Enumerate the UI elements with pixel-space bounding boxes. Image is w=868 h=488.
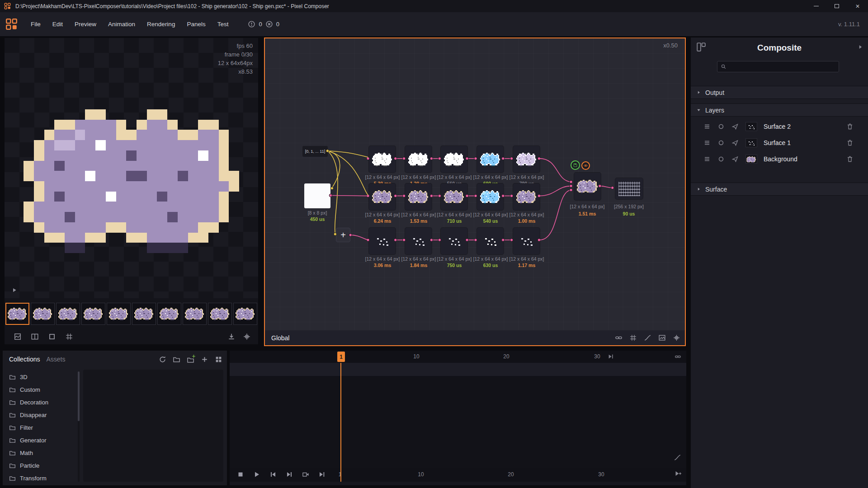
new-animation-icon[interactable] [675,470,682,477]
minimize-button[interactable] [806,0,826,12]
graph-node[interactable] [513,228,540,254]
add-icon[interactable] [201,356,208,363]
visibility-icon[interactable] [717,139,725,146]
center-canvas-icon[interactable] [243,333,251,341]
layer-name[interactable]: Surface 2 [764,123,791,130]
minimap-icon[interactable] [658,334,666,342]
warning-icon[interactable] [248,20,255,28]
link-icon[interactable] [615,334,623,342]
folder-disappear[interactable]: Disappear [6,408,74,421]
frame-border-icon[interactable] [48,333,56,341]
render-badge-icon[interactable] [571,160,580,170]
frame-thumbnail[interactable] [132,303,156,325]
layer-row-surface-1[interactable]: Surface 1 [691,135,868,150]
render-sheet-node[interactable] [615,178,643,199]
frame-thumbnail[interactable] [183,303,207,325]
section-layers[interactable]: Layers [691,103,868,117]
select-node-icon[interactable] [731,123,739,130]
link-icon[interactable] [675,353,681,360]
layer-name[interactable]: Background [764,155,797,163]
curve-editor-icon[interactable] [644,334,651,342]
graph-node[interactable] [513,183,540,210]
play-once-button[interactable] [318,471,326,478]
open-folder-icon[interactable] [173,356,180,363]
frame-thumbnail[interactable] [56,303,80,325]
select-node-icon[interactable] [731,155,739,163]
play-button[interactable] [253,471,260,478]
graph-node[interactable] [441,146,467,173]
menu-animation[interactable]: Animation [102,17,141,32]
folder-3d[interactable]: 3D [6,371,74,383]
folder-decoration[interactable]: Decoration [6,396,74,408]
grid-view-icon[interactable] [215,356,222,363]
frame-thumbnail[interactable] [107,303,131,325]
collections-scrollbar[interactable] [78,371,80,482]
folder-filter[interactable]: Filter [6,421,74,434]
select-node-icon[interactable] [731,139,739,146]
graph-easing-icon[interactable] [674,454,681,461]
graph-node[interactable] [477,183,504,210]
drag-handle-icon[interactable] [703,139,711,146]
drag-handle-icon[interactable] [703,155,711,163]
new-canvas-icon[interactable] [14,333,22,341]
stop-button[interactable] [237,471,244,478]
menu-test[interactable]: Test [212,17,235,32]
folder-custom[interactable]: Custom [6,383,74,396]
node-graph-panel[interactable]: x0.50 [0, 1, ... 11] [8 x 8 px] 450 us +… [264,38,686,346]
graph-node[interactable] [477,146,504,173]
last-frame-button[interactable] [286,471,293,478]
playhead[interactable] [340,363,341,482]
visibility-icon[interactable] [717,123,725,130]
timeline-ruler[interactable]: 1 10 20 30 [230,351,686,363]
preview-window-button[interactable] [302,471,309,478]
frame-thumbnail[interactable] [5,303,29,325]
section-output[interactable]: Output [691,86,868,99]
timeline-track-area[interactable] [230,376,686,468]
current-frame-marker[interactable]: 1 [337,352,345,362]
frame-thumbnail[interactable] [157,303,181,325]
maximize-button[interactable] [826,0,847,12]
refresh-icon[interactable] [159,356,166,363]
add-folder-icon[interactable] [187,356,194,363]
search-input[interactable] [730,63,829,70]
graph-node[interactable] [405,146,432,173]
drag-handle-icon[interactable] [703,123,711,130]
frame-thumbnail[interactable] [233,303,257,325]
graph-node[interactable] [369,183,396,210]
preview-play-icon[interactable] [12,287,17,293]
menu-edit[interactable]: Edit [47,17,69,32]
delete-layer-icon[interactable] [846,139,854,146]
frame-thumbnail[interactable] [208,303,232,325]
split-view-icon[interactable] [31,333,39,341]
menu-panels[interactable]: Panels [181,17,211,32]
folder-generator[interactable]: Generator [6,434,74,446]
input-image-node[interactable] [304,183,330,208]
graph-node[interactable] [477,228,504,254]
snap-grid-icon[interactable] [673,334,680,342]
export-icon[interactable] [227,333,236,341]
graph-node[interactable] [441,183,467,210]
pixel-grid-icon[interactable] [65,333,73,341]
folder-transform[interactable]: Transform [6,472,74,484]
composite-node[interactable] [574,173,601,200]
layer-row-surface-2[interactable]: Surface 2 [691,119,868,134]
delete-layer-icon[interactable] [846,123,854,130]
graph-node[interactable] [405,228,432,254]
layer-name[interactable]: Surface 1 [764,139,791,146]
menu-preview[interactable]: Preview [69,17,102,32]
add-node[interactable]: + [336,228,350,242]
menu-file[interactable]: File [25,17,47,32]
menu-rendering[interactable]: Rendering [141,17,181,32]
visibility-icon[interactable] [717,155,725,163]
error-icon[interactable] [265,20,273,28]
frame-thumbnail[interactable] [31,303,55,325]
close-button[interactable]: ✕ [847,0,868,12]
graph-node[interactable] [441,228,467,254]
graph-node[interactable] [405,183,432,210]
preview-badge-icon[interactable] [581,161,590,170]
section-surface[interactable]: Surface [691,183,868,196]
tab-collections[interactable]: Collections [9,356,40,363]
graph-node[interactable] [369,228,396,254]
folder-particle[interactable]: Particle [6,459,74,472]
tab-assets[interactable]: Assets [46,356,65,363]
